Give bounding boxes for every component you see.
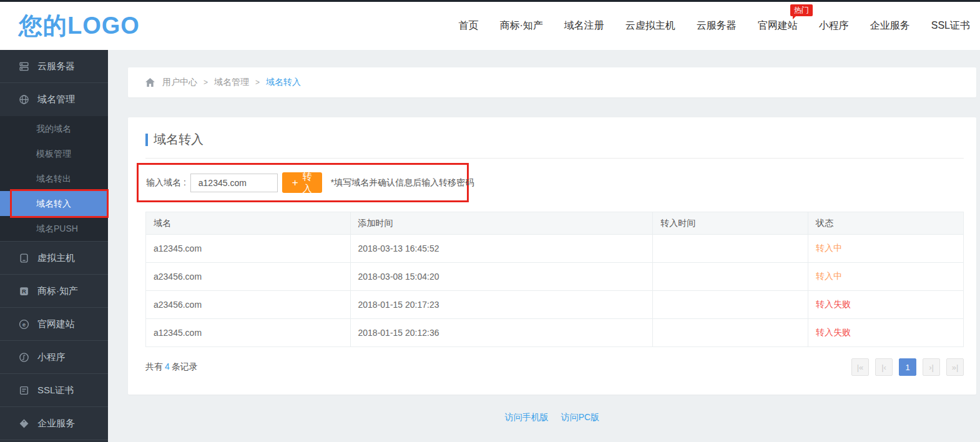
cell-domain: a12345.com <box>146 319 351 347</box>
website-icon: e <box>19 319 29 330</box>
cell-domain: a23456.com <box>146 263 351 291</box>
top-nav: 首页 商标·知产 域名注册 云虚拟主机 云服务器 热门 官网建站 小程序 企业服… <box>458 16 970 36</box>
status-badge: 转入中 <box>808 263 964 291</box>
sidebar-item-domain-management[interactable]: 域名管理 <box>0 83 108 116</box>
nav-item-mini-program[interactable]: 小程序 <box>819 16 849 36</box>
logo[interactable]: 您的LOGO <box>19 10 140 42</box>
records-count-number: 4 <box>163 361 172 371</box>
sidebar: 云服务器 域名管理 我的域名 模板管理 域名转出 域名转入 域名PUSH 虚拟主… <box>0 50 108 442</box>
cell-transfer-time <box>653 263 808 291</box>
pagination-next-button[interactable]: ›| <box>923 358 940 376</box>
breadcrumb-domain-management[interactable]: 域名管理 <box>214 77 249 88</box>
sidebar-item-trademark[interactable]: R 商标·知产 <box>0 275 108 308</box>
header: 您的LOGO 首页 商标·知产 域名注册 云虚拟主机 云服务器 热门 官网建站 … <box>0 2 980 50</box>
miniprogram-icon <box>19 352 29 363</box>
cell-domain: a23456.com <box>146 291 351 319</box>
domain-input[interactable] <box>190 174 278 192</box>
pagination-first-button[interactable]: |« <box>851 358 869 376</box>
cell-transfer-time <box>653 235 808 263</box>
pagination: |« |‹ 1 ›| »| <box>851 358 964 376</box>
transfer-in-table: 域名 添加时间 转入时间 状态 a12345.com 2018-03-13 16… <box>145 212 964 347</box>
sidebar-item-label: 企业服务 <box>37 418 75 430</box>
nav-item-cloud-server[interactable]: 云服务器 <box>697 16 737 36</box>
pc-version-link[interactable]: 访问PC版 <box>561 412 599 422</box>
nav-item-domain-register[interactable]: 域名注册 <box>564 16 604 36</box>
nav-item-home[interactable]: 首页 <box>458 16 478 36</box>
table-row: a23456.com 2018-03-08 15:04:20 转入中 <box>146 263 964 291</box>
records-count: 共有4条记录 <box>145 361 198 373</box>
column-header-domain: 域名 <box>146 212 351 235</box>
status-badge: 转入中 <box>808 235 964 263</box>
sidebar-subitem-domain-push[interactable]: 域名PUSH <box>0 216 108 241</box>
column-header-status: 状态 <box>808 212 964 235</box>
sidebar-item-label: 官网建站 <box>37 318 75 330</box>
enterprise-icon <box>19 418 29 429</box>
sidebar-item-label: SSL证书 <box>37 385 74 396</box>
page-title: 域名转入 <box>145 131 964 159</box>
sidebar-item-enterprise-service[interactable]: 企业服务 <box>0 407 108 440</box>
title-accent-bar <box>145 134 148 146</box>
cell-transfer-time <box>653 291 808 319</box>
footer: 访问手机版 访问PC版 <box>128 412 976 423</box>
sidebar-subitem-template-management[interactable]: 模板管理 <box>0 141 108 166</box>
transfer-in-button[interactable]: + 转入 <box>282 172 322 193</box>
pagination-prev-button[interactable]: |‹ <box>875 358 893 376</box>
nav-item-cloud-virtual-host[interactable]: 云虚拟主机 <box>625 16 675 36</box>
cell-added-time: 2018-03-08 15:04:20 <box>350 263 653 291</box>
trademark-icon: R <box>19 286 29 297</box>
sidebar-item-label: 云服务器 <box>37 61 75 72</box>
svg-text:R: R <box>22 288 26 295</box>
sidebar-subitem-my-domains[interactable]: 我的域名 <box>0 116 108 141</box>
sidebar-item-label: 虚拟主机 <box>37 252 75 264</box>
home-icon <box>145 78 155 87</box>
nav-item-ssl-cert[interactable]: SSL证书 <box>931 16 970 36</box>
sidebar-item-virtual-host[interactable]: 虚拟主机 <box>0 242 108 275</box>
cell-added-time: 2018-01-15 20:17:23 <box>350 291 653 319</box>
table-row: a12345.com 2018-03-13 16:45:52 转入中 <box>146 235 964 263</box>
column-header-transfer-time: 转入时间 <box>653 212 808 235</box>
sidebar-item-mini-program[interactable]: 小程序 <box>0 341 108 374</box>
content-area: 用户中心 > 域名管理 > 域名转入 域名转入 输入域名 : + 转入 *填写域 <box>108 50 980 442</box>
column-header-added-time: 添加时间 <box>350 212 653 235</box>
hot-badge: 热门 <box>790 4 813 16</box>
table-header-row: 域名 添加时间 转入时间 状态 <box>146 212 964 235</box>
nav-item-trademark[interactable]: 商标·知产 <box>499 16 542 36</box>
table-row: a12345.com 2018-01-15 20:12:36 转入失败 <box>146 319 964 347</box>
breadcrumb-separator: > <box>203 78 208 87</box>
sidebar-item-label: 小程序 <box>37 351 66 363</box>
form-note: *填写域名并确认信息后输入转移密码 <box>331 177 474 189</box>
table-row: a23456.com 2018-01-15 20:17:23 转入失败 <box>146 291 964 319</box>
sidebar-item-website-building[interactable]: e 官网建站 <box>0 308 108 341</box>
plus-icon: + <box>292 177 298 189</box>
breadcrumb-user-center[interactable]: 用户中心 <box>162 77 197 88</box>
domain-transfer-in-panel: 域名转入 输入域名 : + 转入 *填写域名并确认信息后输入转移密码 <box>128 117 976 395</box>
svg-text:e: e <box>22 321 26 328</box>
mobile-version-link[interactable]: 访问手机版 <box>505 412 549 422</box>
domain-input-label: 输入域名 : <box>146 177 186 189</box>
status-badge: 转入失败 <box>808 291 964 319</box>
pagination-last-button[interactable]: »| <box>946 358 964 376</box>
host-icon <box>19 253 29 263</box>
sidebar-item-label: 域名管理 <box>37 94 75 106</box>
annotation-box-form: 输入域名 : + 转入 *填写域名并确认信息后输入转移密码 <box>137 163 469 202</box>
pagination-page-1-button[interactable]: 1 <box>899 358 916 376</box>
sidebar-subitem-domain-transfer-in[interactable]: 域名转入 <box>0 191 108 216</box>
ssl-icon <box>19 385 29 396</box>
breadcrumb: 用户中心 > 域名管理 > 域名转入 <box>128 67 976 97</box>
sidebar-item-cloud-server[interactable]: 云服务器 <box>0 50 108 83</box>
cell-added-time: 2018-01-15 20:12:36 <box>350 319 653 347</box>
cell-transfer-time <box>653 319 808 347</box>
sidebar-item-ssl-cert[interactable]: SSL证书 <box>0 374 108 407</box>
nav-item-website-building[interactable]: 热门 官网建站 <box>758 16 798 36</box>
sidebar-subitem-domain-transfer-out[interactable]: 域名转出 <box>0 166 108 191</box>
server-icon <box>19 61 29 72</box>
nav-item-enterprise-service[interactable]: 企业服务 <box>870 16 910 36</box>
breadcrumb-domain-transfer-in[interactable]: 域名转入 <box>266 77 301 88</box>
globe-icon <box>19 94 29 105</box>
cell-added-time: 2018-03-13 16:45:52 <box>350 235 653 263</box>
breadcrumb-separator: > <box>255 78 260 87</box>
status-badge: 转入失败 <box>808 319 964 347</box>
cell-domain: a12345.com <box>146 235 351 263</box>
sidebar-item-label: 商标·知产 <box>37 285 78 297</box>
domain-management-submenu: 我的域名 模板管理 域名转出 域名转入 域名PUSH <box>0 116 108 242</box>
